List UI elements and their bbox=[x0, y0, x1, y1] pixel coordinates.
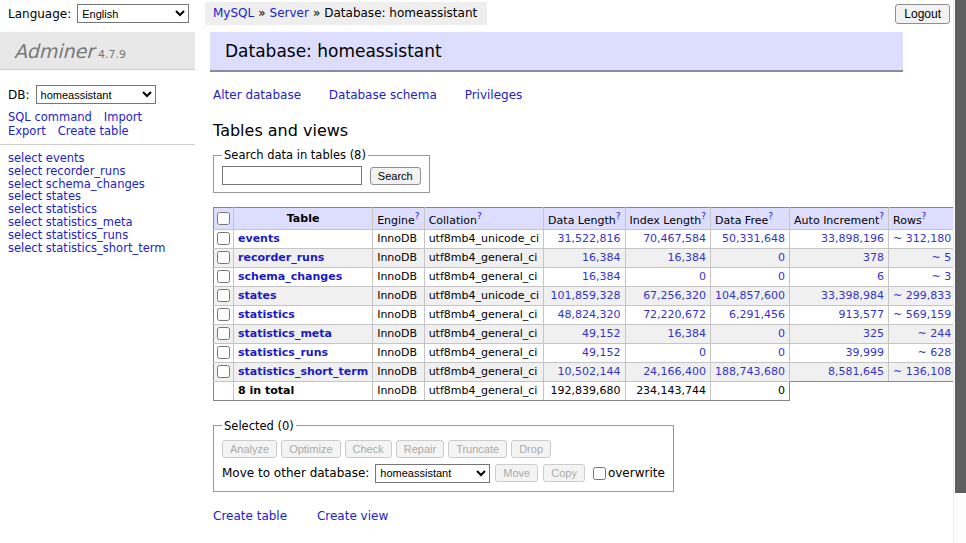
auto-increment-link[interactable]: 6 bbox=[877, 270, 884, 283]
help-link[interactable]: ? bbox=[879, 211, 884, 221]
data-length-link[interactable]: 49,152 bbox=[582, 346, 621, 359]
data-length-link[interactable]: 49,152 bbox=[582, 327, 621, 340]
rows-count-link[interactable]: ~ 3 bbox=[931, 270, 951, 283]
auto-increment-link[interactable]: 39,999 bbox=[846, 346, 885, 359]
rows-count-link[interactable]: ~ 628 bbox=[917, 346, 951, 359]
row-checkbox[interactable] bbox=[217, 232, 230, 245]
rows-count-link[interactable]: ~ 136,108 bbox=[893, 365, 951, 378]
overwrite-checkbox[interactable] bbox=[593, 467, 606, 480]
create-view-link[interactable]: Create view bbox=[317, 509, 388, 523]
index-length-link[interactable]: 24,166,400 bbox=[643, 365, 706, 378]
sidebar-item-select-recorder-runs[interactable]: select recorder_runs bbox=[8, 165, 165, 178]
alter-database-link[interactable]: Alter database bbox=[213, 88, 301, 102]
data-free-link[interactable]: 6,291,456 bbox=[729, 308, 785, 321]
privileges-link[interactable]: Privileges bbox=[465, 88, 523, 102]
scrollbar-thumb[interactable] bbox=[955, 0, 966, 493]
help-link[interactable]: ? bbox=[768, 211, 773, 221]
index-length-link[interactable]: 0 bbox=[699, 346, 706, 359]
data-free-link[interactable]: 0 bbox=[778, 346, 785, 359]
row-checkbox[interactable] bbox=[217, 346, 230, 359]
row-checkbox[interactable] bbox=[217, 308, 230, 321]
sidebar-item-select-events[interactable]: select events bbox=[8, 152, 165, 165]
data-length-link[interactable]: 16,384 bbox=[582, 251, 621, 264]
data-length-link[interactable]: 101,859,328 bbox=[551, 289, 621, 302]
engine-cell: InnoDB bbox=[373, 362, 424, 381]
sidebar-item-select-statistics-short-term[interactable]: select statistics_short_term bbox=[8, 242, 165, 255]
auto-increment-link[interactable]: 33,398,984 bbox=[821, 289, 884, 302]
rows-count-link[interactable]: ~ 569,159 bbox=[893, 308, 951, 321]
sidebar-export-link[interactable]: Export bbox=[8, 124, 46, 138]
create-table-link[interactable]: Create table bbox=[213, 509, 287, 523]
help-link[interactable]: ? bbox=[922, 211, 927, 221]
sidebar-item-select-statistics-meta[interactable]: select statistics_meta bbox=[8, 216, 165, 229]
table-name-link[interactable]: states bbox=[238, 289, 277, 302]
table-name-link[interactable]: statistics_meta bbox=[238, 327, 332, 340]
table-name-link[interactable]: statistics bbox=[238, 308, 295, 321]
rows-count-link[interactable]: ~ 312,180 bbox=[893, 232, 951, 245]
copy-button[interactable]: Copy bbox=[543, 464, 585, 482]
select-all-checkbox[interactable] bbox=[217, 212, 230, 225]
index-length-link[interactable]: 67,256,320 bbox=[643, 289, 706, 302]
move-button[interactable]: Move bbox=[495, 464, 538, 482]
selected-actions: AnalyzeOptimizeCheckRepairTruncateDrop bbox=[222, 440, 665, 458]
table-name-link[interactable]: statistics_runs bbox=[238, 346, 328, 359]
truncate-button[interactable]: Truncate bbox=[448, 440, 507, 458]
data-free-link[interactable]: 104,857,600 bbox=[715, 289, 785, 302]
sidebar-create-table-link[interactable]: Create table bbox=[58, 124, 129, 138]
help-link[interactable]: ? bbox=[701, 211, 706, 221]
data-free-link[interactable]: 0 bbox=[778, 270, 785, 283]
table-name-link[interactable]: statistics_short_term bbox=[238, 365, 368, 378]
rows-count-link[interactable]: ~ 244 bbox=[917, 327, 951, 340]
breadcrumb-mysql-link[interactable]: MySQL bbox=[213, 6, 254, 20]
adminer-logo-link[interactable]: Adminer bbox=[14, 40, 94, 62]
repair-button[interactable]: Repair bbox=[396, 440, 444, 458]
language-select[interactable]: English bbox=[77, 4, 189, 23]
row-checkbox[interactable] bbox=[217, 365, 230, 378]
row-checkbox[interactable] bbox=[217, 251, 230, 264]
help-link[interactable]: ? bbox=[415, 211, 420, 221]
db-select[interactable]: homeassistant bbox=[36, 85, 156, 104]
analyze-button[interactable]: Analyze bbox=[222, 440, 277, 458]
move-database-select[interactable]: homeassistant bbox=[375, 464, 490, 483]
auto-increment-link[interactable]: 33,898,196 bbox=[821, 232, 884, 245]
row-checkbox[interactable] bbox=[217, 327, 230, 340]
data-length-link[interactable]: 16,384 bbox=[582, 270, 621, 283]
vertical-scrollbar[interactable] bbox=[953, 0, 966, 543]
data-length-link[interactable]: 31,522,816 bbox=[558, 232, 621, 245]
row-checkbox[interactable] bbox=[217, 270, 230, 283]
help-link[interactable]: ? bbox=[616, 211, 621, 221]
database-schema-link[interactable]: Database schema bbox=[329, 88, 437, 102]
auto-increment-link[interactable]: 325 bbox=[863, 327, 884, 340]
sidebar-import-link[interactable]: Import bbox=[104, 110, 142, 124]
search-button[interactable]: Search bbox=[370, 167, 421, 185]
sidebar-sql-command-link[interactable]: SQL command bbox=[8, 110, 92, 124]
data-free-link[interactable]: 0 bbox=[778, 251, 785, 264]
data-free-link[interactable]: 188,743,680 bbox=[715, 365, 785, 378]
data-free-link[interactable]: 50,331,648 bbox=[722, 232, 785, 245]
table-name-link[interactable]: recorder_runs bbox=[238, 251, 324, 264]
help-link[interactable]: ? bbox=[477, 211, 482, 221]
sidebar-item-select-statistics-runs[interactable]: select statistics_runs bbox=[8, 229, 165, 242]
index-length-link[interactable]: 0 bbox=[699, 270, 706, 283]
optimize-button[interactable]: Optimize bbox=[281, 440, 340, 458]
row-checkbox[interactable] bbox=[217, 289, 230, 302]
index-length-link[interactable]: 70,467,584 bbox=[643, 232, 706, 245]
check-button[interactable]: Check bbox=[345, 440, 392, 458]
search-input[interactable] bbox=[222, 166, 362, 185]
data-free-link[interactable]: 0 bbox=[778, 327, 785, 340]
index-length-link[interactable]: 16,384 bbox=[668, 251, 707, 264]
auto-increment-link[interactable]: 378 bbox=[863, 251, 884, 264]
rows-count-link[interactable]: ~ 299,833 bbox=[893, 289, 951, 302]
index-length-link[interactable]: 16,384 bbox=[668, 327, 707, 340]
table-name-link[interactable]: events bbox=[238, 232, 280, 245]
index-length-link[interactable]: 72,220,672 bbox=[643, 308, 706, 321]
rows-count-link[interactable]: ~ 5 bbox=[931, 251, 951, 264]
data-length-link[interactable]: 10,502,144 bbox=[558, 365, 621, 378]
breadcrumb-server-link[interactable]: Server bbox=[270, 6, 309, 20]
auto-increment-link[interactable]: 8,581,645 bbox=[828, 365, 884, 378]
drop-button[interactable]: Drop bbox=[511, 440, 551, 458]
auto-increment-link[interactable]: 913,577 bbox=[839, 308, 885, 321]
table-name-link[interactable]: schema_changes bbox=[238, 270, 342, 283]
logout-button[interactable]: Logout bbox=[895, 4, 950, 24]
data-length-link[interactable]: 48,824,320 bbox=[558, 308, 621, 321]
